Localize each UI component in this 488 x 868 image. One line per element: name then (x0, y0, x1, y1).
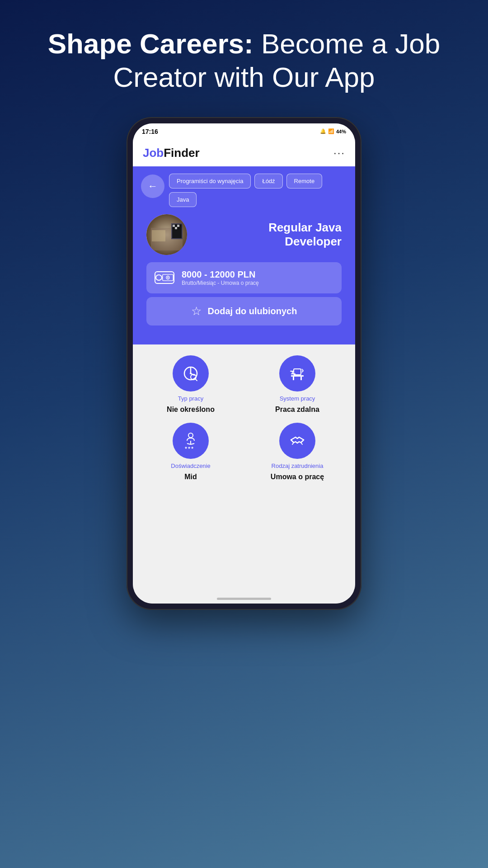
svg-rect-28 (290, 371, 294, 372)
salary-card: 8000 - 12000 PLN Brutto/Miesiąc - Umowa … (146, 262, 342, 293)
svg-rect-10 (152, 230, 165, 241)
headline-colon: : (244, 28, 253, 59)
salary-sub: Brutto/Miesiąc - Umowa o pracę (182, 280, 259, 286)
back-arrow-icon: ← (148, 180, 158, 192)
svg-point-17 (190, 373, 192, 374)
info-system-pracy: System pracy Praca zdalna (248, 355, 347, 414)
svg-rect-21 (293, 377, 294, 380)
company-avatar (146, 214, 187, 255)
info-grid: Typ pracy Nie określono (141, 355, 347, 481)
tag-remote[interactable]: Remote (286, 174, 323, 189)
home-bar (217, 598, 271, 600)
logo-job: Job (143, 146, 164, 160)
rodzaj-zatrudnienia-label: Rodzaj zatrudnienia (272, 462, 324, 469)
star-icon: ☆ (191, 304, 202, 318)
app-logo: JobFinder (143, 146, 200, 160)
handshake-icon (287, 431, 307, 451)
status-icon-wifi: 📶 (328, 128, 334, 134)
headline: Shape Careers: Become a Job Creator with… (0, 0, 488, 117)
fav-label: Dodaj do ulubionych (208, 306, 297, 316)
blue-section: ← Programiści do wynajęcia Łódź Remote J… (133, 166, 355, 344)
svg-line-35 (301, 443, 302, 444)
system-pracy-label: System pracy (280, 395, 315, 402)
svg-rect-8 (175, 227, 177, 229)
svg-rect-5 (175, 225, 177, 227)
info-doswiadczenie: ★★★ Doświadczenie Mid (141, 423, 240, 481)
rodzaj-zatrudnienia-value: Umowa o pracę (271, 473, 324, 481)
fav-button[interactable]: ☆ Dodaj do ulubionych (146, 297, 342, 326)
experience-icon: ★★★ (181, 431, 201, 451)
system-pracy-value: Praca zdalna (275, 406, 319, 414)
headline-bold: Shape Careers (48, 28, 244, 59)
info-section: Typ pracy Nie określono (133, 344, 355, 594)
typ-pracy-value: Nie określono (167, 406, 215, 414)
svg-line-32 (191, 443, 194, 444)
svg-line-19 (195, 379, 197, 381)
company-avatar-img (146, 214, 187, 255)
system-pracy-icon-circle (279, 355, 315, 392)
svg-rect-26 (291, 373, 296, 374)
typ-pracy-label: Typ pracy (178, 395, 203, 402)
job-title-line2: Developer (285, 235, 342, 248)
svg-text:★★★: ★★★ (184, 446, 194, 450)
status-battery: 44% (336, 129, 346, 134)
job-title-line1: Regular Java (268, 221, 342, 234)
tag-programisci[interactable]: Programiści do wynajęcia (169, 174, 251, 189)
rodzaj-zatrudnienia-icon-circle (279, 423, 315, 459)
doswiadczenie-value: Mid (184, 473, 197, 481)
info-typ-pracy: Typ pracy Nie określono (141, 355, 240, 414)
job-card-row: Regular Java Developer (141, 207, 347, 259)
svg-rect-22 (300, 377, 302, 380)
job-title: Regular Java Developer (193, 221, 342, 249)
menu-button[interactable]: ··· (333, 146, 345, 159)
phone-frame: 17:16 🔔 📶 44% JobFinder ··· ← Programi (127, 117, 361, 610)
svg-line-34 (292, 443, 294, 444)
tags-container: Programiści do wynajęcia Łódź Remote Jav… (169, 174, 347, 207)
svg-point-13 (167, 277, 169, 278)
back-button[interactable]: ← (141, 175, 164, 198)
status-bar: 17:16 🔔 📶 44% (133, 123, 355, 140)
svg-line-31 (187, 443, 191, 444)
search-tags-row: ← Programiści do wynajęcia Łódź Remote J… (141, 174, 347, 207)
phone-screen: 17:16 🔔 📶 44% JobFinder ··· ← Programi (133, 123, 355, 604)
status-icons: 🔔 📶 44% (320, 128, 346, 134)
doswiadczenie-icon-circle: ★★★ (173, 423, 209, 459)
tag-java[interactable]: Java (169, 192, 197, 207)
phone-bottom (133, 594, 355, 604)
salary-amount: 8000 - 12000 PLN (182, 269, 259, 280)
app-header: JobFinder ··· (133, 140, 355, 166)
remote-work-icon (287, 363, 307, 383)
info-rodzaj-zatrudnienia: Rodzaj zatrudnienia Umowa o pracę (248, 423, 347, 481)
logo-finder: Finder (164, 146, 199, 160)
typ-pracy-icon-circle (173, 355, 209, 392)
svg-rect-6 (177, 225, 179, 227)
salary-text: 8000 - 12000 PLN Brutto/Miesiąc - Umowa … (182, 269, 259, 286)
salary-icon (155, 271, 174, 284)
status-icon-alarm: 🔔 (320, 128, 326, 134)
svg-rect-4 (173, 225, 175, 227)
tag-lodz[interactable]: Łódź (254, 174, 282, 189)
svg-rect-7 (173, 227, 175, 229)
svg-rect-9 (177, 227, 179, 229)
svg-point-29 (188, 433, 193, 438)
doswiadczenie-label: Doświadczenie (171, 462, 210, 469)
status-time: 17:16 (142, 128, 158, 135)
clock-icon (181, 363, 201, 383)
